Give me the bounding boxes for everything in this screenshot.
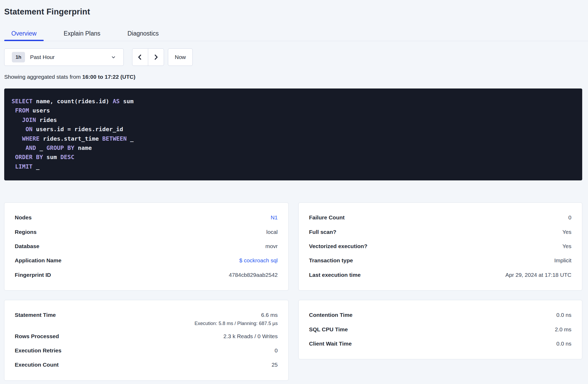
sql-line: LIMIT _: [12, 162, 575, 171]
kv-value: Apr 29, 2024 at 17:18 UTC: [505, 272, 571, 278]
statement-fingerprint-page: Statement Fingerprint Overview Explain P…: [0, 0, 588, 384]
statement-stats-card: Statement Time6.6 msExecution: 5.8 ms / …: [4, 300, 288, 381]
page-title: Statement Fingerprint: [4, 7, 582, 17]
time-controls-row: 1h Past Hour Now: [4, 48, 582, 66]
kv-row: Fingerprint ID4784cb829aab2542: [15, 268, 278, 282]
kv-label: Failure Count: [309, 214, 345, 221]
kv-value: 0.0 ns: [556, 341, 571, 347]
aggregated-stats-range: 16:00 to 17:22 (UTC): [82, 74, 136, 80]
aggregated-stats-caption: Showing aggregated stats from 16:00 to 1…: [4, 74, 582, 80]
kv-value: Implicit: [554, 257, 571, 264]
kv-value: 25: [272, 362, 278, 368]
kv-value: local: [266, 229, 278, 235]
kv-row: Client Wait Time0.0 ns: [309, 337, 571, 351]
kv-value: 0: [568, 214, 571, 221]
kv-row: SQL CPU Time2.0 ms: [309, 322, 571, 336]
chevron-left-icon: [137, 53, 143, 61]
time-range-badge: 1h: [12, 52, 25, 62]
chevron-down-icon: [110, 54, 117, 60]
kv-label: Database: [15, 243, 39, 249]
kv-label: Vectorized execution?: [309, 243, 367, 249]
kv-value: movr: [265, 243, 278, 249]
sql-statement-box: SELECT name, count(rides.id) AS sum FROM…: [4, 88, 582, 180]
kv-row: Full scan?Yes: [309, 225, 571, 239]
sql-line: ON users.id = rides.rider_id: [12, 125, 575, 134]
kv-label: Application Name: [15, 257, 61, 264]
kv-label: Fingerprint ID: [15, 272, 51, 278]
kv-label: SQL CPU Time: [309, 326, 348, 333]
kv-value: 4784cb829aab2542: [229, 272, 278, 278]
kv-row: Statement Time6.6 ms: [15, 308, 278, 322]
tabs-bar: Overview Explain Plans Diagnostics: [0, 26, 588, 41]
now-button[interactable]: Now: [168, 48, 193, 66]
next-interval-button[interactable]: [148, 49, 164, 66]
wait-times-card: Contention Time0.0 nsSQL CPU Time2.0 msC…: [298, 300, 582, 359]
sql-line: WHERE rides.start_time BETWEEN _: [12, 134, 575, 143]
kv-row: Databasemovr: [15, 239, 278, 253]
kv-label: Nodes: [15, 214, 32, 221]
summary-cards-row-1: NodesN1RegionslocalDatabasemovrApplicati…: [4, 203, 582, 291]
sql-line: FROM users: [12, 106, 575, 115]
time-range-select[interactable]: 1h Past Hour: [4, 48, 124, 66]
time-step-button-group: [132, 48, 164, 66]
tab-diagnostics-label: Diagnostics: [127, 30, 159, 37]
kv-value: 2.3 k Reads / 0 Writes: [223, 333, 278, 339]
kv-row: NodesN1: [15, 210, 278, 225]
kv-row: Last execution timeApr 29, 2024 at 17:18…: [309, 268, 571, 282]
statement-details-card: NodesN1RegionslocalDatabasemovrApplicati…: [4, 203, 288, 291]
kv-value: Yes: [562, 243, 571, 249]
kv-label: Execution Retries: [15, 347, 61, 354]
tab-diagnostics[interactable]: Diagnostics: [120, 26, 166, 41]
kv-subvalue: Execution: 5.8 ms / Planning: 687.5 µs: [15, 321, 278, 329]
aggregated-stats-prefix: Showing aggregated stats from: [4, 74, 82, 80]
kv-row: Application Name$ cockroach sql: [15, 253, 278, 268]
kv-value: Yes: [562, 229, 571, 235]
kv-value: 0.0 ns: [556, 312, 571, 318]
execution-attributes-card: Failure Count0Full scan?YesVectorized ex…: [298, 203, 582, 291]
sql-line: AND _ GROUP BY name: [12, 143, 575, 152]
sql-line: ORDER BY sum DESC: [12, 152, 575, 162]
kv-label: Full scan?: [309, 229, 336, 235]
kv-row: Failure Count0: [309, 210, 571, 225]
kv-value-link[interactable]: N1: [271, 214, 278, 221]
kv-value: 0: [275, 347, 278, 354]
previous-interval-button[interactable]: [132, 49, 148, 66]
time-range-label: Past Hour: [30, 54, 110, 60]
kv-row: Transaction typeImplicit: [309, 253, 571, 268]
kv-row: Execution Count25: [15, 358, 278, 372]
tab-overview-label: Overview: [11, 30, 37, 37]
tab-explain-plans[interactable]: Explain Plans: [57, 26, 107, 41]
kv-row: Contention Time0.0 ns: [309, 308, 571, 322]
kv-row: Execution Retries0: [15, 343, 278, 358]
kv-row: Regionslocal: [15, 225, 278, 239]
kv-row: Vectorized execution?Yes: [309, 239, 571, 253]
active-tab-ink-bar: [4, 40, 44, 41]
chevron-right-icon: [152, 53, 159, 61]
tab-explain-plans-label: Explain Plans: [64, 30, 100, 37]
kv-value: 2.0 ms: [555, 326, 571, 333]
summary-cards-row-2: Statement Time6.6 msExecution: 5.8 ms / …: [4, 300, 582, 381]
kv-label: Client Wait Time: [309, 341, 352, 347]
sql-line: JOIN rides: [12, 115, 575, 125]
kv-label: Contention Time: [309, 312, 352, 318]
kv-value-link[interactable]: $ cockroach sql: [239, 257, 278, 264]
kv-label: Execution Count: [15, 362, 59, 368]
tab-overview[interactable]: Overview: [4, 26, 44, 41]
kv-value: 6.6 ms: [261, 312, 278, 318]
sql-line: SELECT name, count(rides.id) AS sum: [12, 97, 575, 106]
now-button-label: Now: [175, 54, 186, 60]
kv-label: Regions: [15, 229, 37, 235]
kv-label: Transaction type: [309, 257, 353, 264]
kv-row: Rows Processed2.3 k Reads / 0 Writes: [15, 329, 278, 343]
kv-label: Rows Processed: [15, 333, 59, 339]
kv-label: Statement Time: [15, 312, 56, 318]
kv-label: Last execution time: [309, 272, 361, 278]
